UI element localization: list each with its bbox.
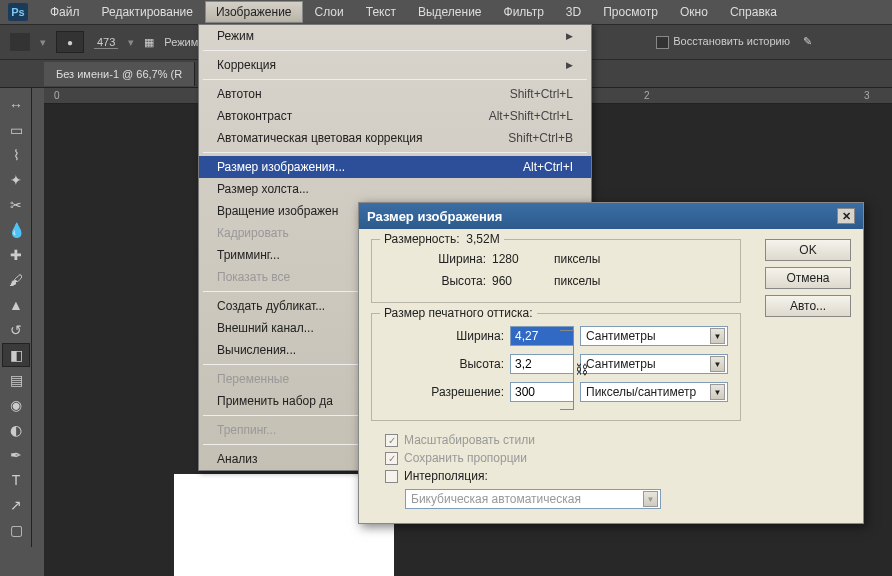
px-height-value: 960	[492, 274, 548, 288]
print-width-label: Ширина:	[408, 329, 504, 343]
menu-entry[interactable]: Размер изображения...Alt+Ctrl+I	[199, 156, 591, 178]
menu-image[interactable]: Изображение	[205, 1, 303, 23]
ok-button[interactable]: OK	[765, 239, 851, 261]
chevron-down-icon: ▼	[643, 491, 658, 507]
chain-link-icon[interactable]: ⛓	[575, 362, 588, 377]
menu-select[interactable]: Выделение	[408, 2, 492, 22]
menu-edit[interactable]: Редактирование	[92, 2, 203, 22]
crop-tool-icon[interactable]: ✂	[2, 193, 30, 217]
menu-window[interactable]: Окно	[670, 2, 718, 22]
move-tool-icon[interactable]: ↔	[2, 93, 30, 117]
gradient-tool-icon[interactable]: ▤	[2, 368, 30, 392]
px-width-label: Ширина:	[408, 252, 486, 266]
menu-bar: Ps Файл Редактирование Изображение Слои …	[0, 0, 892, 24]
print-height-unit-combo[interactable]: Сантиметры▼	[580, 354, 728, 374]
dialog-title: Размер изображения	[367, 209, 502, 224]
scale-styles-checkbox: ✓	[385, 434, 398, 447]
print-dims-legend: Размер печатного оттиска:	[380, 306, 537, 320]
resolution-unit-combo[interactable]: Пикселы/сантиметр▼	[580, 382, 728, 402]
constrain-label: Сохранить пропорции	[404, 451, 527, 465]
resample-method-combo: Бикубическая автоматическая ▼	[405, 489, 661, 509]
print-height-label: Высота:	[408, 357, 504, 371]
toggle-panel-icon[interactable]: ▦	[144, 36, 154, 49]
brush-preview[interactable]: ●	[56, 31, 84, 53]
marquee-tool-icon[interactable]: ▭	[2, 118, 30, 142]
menu-3d[interactable]: 3D	[556, 2, 591, 22]
menu-entry[interactable]: Режим	[199, 25, 591, 47]
resample-label: Интерполяция:	[404, 469, 488, 483]
px-width-value: 1280	[492, 252, 548, 266]
menu-layers[interactable]: Слои	[305, 2, 354, 22]
stamp-tool-icon[interactable]: ▲	[2, 293, 30, 317]
pressure-icon[interactable]: ✎	[803, 35, 812, 47]
mode-label: Режим:	[164, 36, 201, 48]
px-width-unit: пикселы	[554, 252, 601, 266]
menu-entry[interactable]: Коррекция	[199, 54, 591, 76]
chevron-down-icon[interactable]: ▼	[710, 384, 725, 400]
pixel-dims-legend: Размерность:	[384, 232, 460, 246]
dodge-tool-icon[interactable]: ◐	[2, 418, 30, 442]
type-tool-icon[interactable]: T	[2, 468, 30, 492]
wand-tool-icon[interactable]: ✦	[2, 168, 30, 192]
scale-styles-label: Масштабировать стили	[404, 433, 535, 447]
menu-text[interactable]: Текст	[356, 2, 406, 22]
close-icon[interactable]: ✕	[837, 208, 855, 224]
brush-size-value[interactable]: 473	[94, 36, 118, 49]
eyedropper-tool-icon[interactable]: 💧	[2, 218, 30, 242]
lasso-tool-icon[interactable]: ⌇	[2, 143, 30, 167]
menu-entry[interactable]: АвтоконтрастAlt+Shift+Ctrl+L	[199, 105, 591, 127]
brush-tool-icon[interactable]: 🖌	[2, 268, 30, 292]
restore-history-checkbox[interactable]	[656, 36, 669, 49]
menu-filter[interactable]: Фильтр	[494, 2, 554, 22]
menu-view[interactable]: Просмотр	[593, 2, 668, 22]
tool-preset-icon[interactable]	[10, 33, 30, 51]
ruler-mark: 3	[864, 90, 870, 101]
menu-entry[interactable]: Размер холста...	[199, 178, 591, 200]
px-height-label: Высота:	[408, 274, 486, 288]
restore-history-label: Восстановить историю	[673, 35, 790, 47]
ruler-mark: 2	[644, 90, 650, 101]
menu-entry[interactable]: АвтотонShift+Ctrl+L	[199, 83, 591, 105]
filesize-value: 3,52M	[466, 232, 499, 246]
chevron-down-icon[interactable]: ▼	[710, 356, 725, 372]
cancel-button[interactable]: Отмена	[765, 267, 851, 289]
menu-entry[interactable]: Автоматическая цветовая коррекцияShift+C…	[199, 127, 591, 149]
heal-tool-icon[interactable]: ✚	[2, 243, 30, 267]
dialog-titlebar[interactable]: Размер изображения ✕	[359, 203, 863, 229]
shape-tool-icon[interactable]: ▢	[2, 518, 30, 542]
blur-tool-icon[interactable]: ◉	[2, 393, 30, 417]
history-brush-icon[interactable]: ↺	[2, 318, 30, 342]
auto-button[interactable]: Авто...	[765, 295, 851, 317]
px-height-unit: пикселы	[554, 274, 601, 288]
menu-help[interactable]: Справка	[720, 2, 787, 22]
toolbox: ↔ ▭ ⌇ ✦ ✂ 💧 ✚ 🖌 ▲ ↺ ◧ ▤ ◉ ◐ ✒ T ↗ ▢	[0, 88, 32, 547]
chevron-down-icon[interactable]: ▼	[710, 328, 725, 344]
pen-tool-icon[interactable]: ✒	[2, 443, 30, 467]
constrain-checkbox: ✓	[385, 452, 398, 465]
eraser-tool-icon[interactable]: ◧	[2, 343, 30, 367]
document-tab[interactable]: Без имени-1 @ 66,7% (R	[44, 62, 195, 86]
print-width-unit-combo[interactable]: Сантиметры▼	[580, 326, 728, 346]
app-logo: Ps	[8, 3, 28, 21]
path-tool-icon[interactable]: ↗	[2, 493, 30, 517]
ruler-mark: 0	[54, 90, 60, 101]
image-size-dialog: Размер изображения ✕ OK Отмена Авто... Р…	[358, 202, 864, 524]
resolution-label: Разрешение:	[408, 385, 504, 399]
resample-checkbox[interactable]	[385, 470, 398, 483]
menu-file[interactable]: Файл	[40, 2, 90, 22]
link-bracket	[560, 330, 574, 410]
